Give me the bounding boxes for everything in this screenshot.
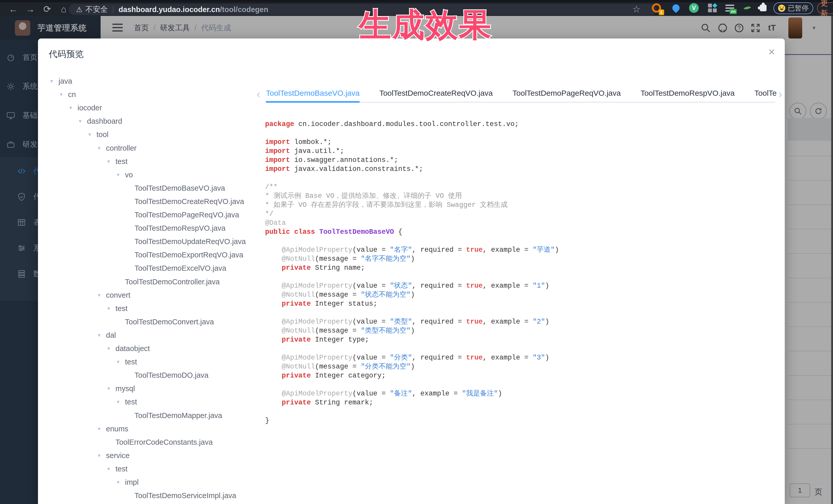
code-line	[265, 407, 559, 416]
code-line	[265, 380, 559, 389]
code-line: @NotNull(message = "类型不能为空")	[265, 327, 559, 335]
tree-file[interactable]: ToolTestDemoServiceImpl.java	[126, 489, 236, 502]
tree-file[interactable]: ToolTestDemoMapper.java	[126, 409, 222, 422]
caret-down-icon[interactable]: ▾	[98, 145, 106, 151]
tree-file[interactable]: ToolTestDemoDO.java	[126, 368, 209, 382]
browser-forward-icon[interactable]: →	[23, 2, 38, 16]
browser-reload-icon[interactable]: ⟳	[40, 2, 54, 16]
caret-down-icon[interactable]: ▾	[117, 479, 125, 485]
caret-down-icon[interactable]: ▾	[98, 452, 106, 459]
caret-down-icon[interactable]: ▾	[107, 158, 116, 165]
tree-folder[interactable]: ▾test	[107, 155, 127, 168]
code-line: package cn.iocoder.dashboard.modules.too…	[265, 120, 559, 129]
tree-folder[interactable]: ▾service	[98, 449, 129, 462]
tree-node-label: dataobject	[116, 344, 150, 353]
security-label[interactable]: 不安全	[86, 4, 108, 15]
code-line: private Integer type;	[265, 335, 559, 344]
code-line: @NotNull(message = "状态不能为空")	[265, 290, 559, 299]
tree-folder[interactable]: ▾enums	[98, 422, 128, 435]
tabs-prev-icon[interactable]: ‹	[257, 89, 260, 100]
caret-down-icon[interactable]: ▾	[98, 292, 106, 298]
tree-folder[interactable]: ▾convert	[98, 288, 130, 302]
tree-file[interactable]: ToolTestDemoBaseVO.java	[126, 182, 225, 195]
tree-folder[interactable]: ▾controller	[98, 141, 137, 155]
extensions-puzzle-icon[interactable]	[758, 3, 769, 13]
caret-down-icon[interactable]: ▾	[88, 131, 96, 138]
tree-node-label: test	[116, 304, 127, 313]
code-line	[265, 237, 559, 246]
tabs-next-icon[interactable]: ›	[779, 89, 782, 100]
caret-down-icon[interactable]: ▾	[60, 91, 68, 97]
code-tab-1[interactable]: ToolTestDemoCreateReqVO.java	[379, 85, 493, 101]
tree-node-label: ToolTestDemoBaseVO.java	[135, 184, 225, 192]
caret-down-icon[interactable]: ▾	[107, 385, 116, 391]
tree-folder[interactable]: ▾java	[50, 74, 72, 88]
extension-vue-devtools-icon[interactable]: V	[688, 3, 699, 13]
chrome-update-button[interactable]: 更新 ⋮	[817, 2, 833, 14]
window-scrollbar[interactable]	[831, 16, 833, 504]
tree-folder[interactable]: ▾iocoder	[69, 101, 102, 115]
tree-folder[interactable]: ▾cn	[60, 88, 76, 101]
caret-down-icon[interactable]: ▾	[69, 105, 77, 111]
caret-down-icon[interactable]: ▾	[98, 332, 106, 338]
code-tab-2[interactable]: ToolTestDemoPageReqVO.java	[513, 85, 621, 101]
extension-leaf-icon[interactable]	[742, 3, 753, 13]
tree-folder[interactable]: ▾dal	[98, 329, 116, 342]
caret-down-icon[interactable]: ▾	[107, 305, 116, 312]
tree-node-label: mysql	[116, 384, 135, 393]
tree-node-label: dal	[106, 331, 116, 339]
tree-folder[interactable]: ▾tool	[88, 128, 109, 141]
code-line: /**	[265, 183, 559, 192]
tree-node-label: ToolTestDemoRespVO.java	[135, 224, 225, 233]
tree-file[interactable]: ToolTestDemoConvert.java	[117, 315, 214, 329]
code-line: @Data	[265, 219, 559, 227]
tree-folder[interactable]: ▾mysql	[107, 382, 135, 395]
caret-down-icon[interactable]: ▾	[50, 78, 58, 84]
caret-down-icon[interactable]: ▾	[79, 118, 87, 124]
code-tab-4[interactable]: ToolTe	[755, 85, 777, 101]
tree-file[interactable]: ToolTestDemoExcelVO.java	[126, 262, 227, 275]
tree-file[interactable]: ToolTestDemoPageReqVO.java	[126, 208, 239, 221]
code-line: @NotNull(message = "分类不能为空")	[265, 362, 559, 371]
tree-node-label: test	[125, 358, 137, 366]
extension-ublock-icon[interactable]: 1	[651, 3, 662, 13]
tree-folder[interactable]: ▾dashboard	[79, 115, 122, 128]
extension-pin-icon[interactable]	[670, 3, 682, 13]
tree-node-label: ToolErrorCodeConstants.java	[116, 438, 213, 447]
profile-emoji-icon	[778, 5, 785, 12]
caret-down-icon[interactable]: ▾	[117, 172, 125, 178]
tree-folder[interactable]: ▾test	[107, 302, 127, 315]
tree-folder[interactable]: ▾dataobject	[107, 342, 150, 355]
tree-node-label: controller	[106, 144, 137, 152]
tree-node-label: vo	[125, 171, 133, 179]
browser-back-icon[interactable]: ←	[6, 2, 21, 16]
tree-folder[interactable]: ▾impl	[117, 476, 139, 489]
bookmark-star-icon[interactable]: ☆	[629, 2, 644, 16]
tree-folder[interactable]: ▾test	[107, 462, 127, 476]
browser-menu-dots-icon[interactable]: ⋮	[830, 4, 833, 12]
caret-down-icon[interactable]: ▾	[117, 359, 125, 365]
tree-folder[interactable]: ▾test	[117, 355, 137, 368]
tree-file[interactable]: ToolTestDemoExportReqVO.java	[126, 248, 243, 262]
caret-down-icon[interactable]: ▾	[117, 399, 125, 405]
tree-file[interactable]: ToolTestDemoRespVO.java	[126, 221, 225, 235]
tree-folder[interactable]: ▾test	[117, 395, 137, 409]
tree-folder[interactable]: ▾vo	[117, 168, 133, 182]
caret-down-icon[interactable]: ▾	[107, 466, 116, 472]
code-tab-3[interactable]: ToolTestDemoRespVO.java	[641, 85, 735, 101]
extension-list-on-icon[interactable]: on	[724, 3, 736, 13]
extension-grid-icon[interactable]	[707, 3, 718, 13]
tree-node-label: cn	[68, 90, 76, 99]
tree-node-label: java	[58, 77, 72, 86]
caret-down-icon[interactable]: ▾	[98, 426, 106, 432]
profile-paused-chip[interactable]: 已暂停	[774, 2, 813, 14]
tree-file[interactable]: ToolTestDemoCreateReqVO.java	[126, 195, 244, 208]
tree-node-label: ToolTestDemoConvert.java	[125, 318, 214, 326]
tree-file[interactable]: ToolTestDemoUpdateReqVO.java	[126, 235, 246, 248]
address-divider	[113, 6, 114, 13]
tree-file[interactable]: ToolErrorCodeConstants.java	[107, 435, 213, 449]
tree-file[interactable]: ToolTestDemoController.java	[117, 275, 220, 288]
code-tab-0[interactable]: ToolTestDemoBaseVO.java	[266, 85, 359, 103]
close-icon[interactable]: ×	[768, 46, 775, 57]
caret-down-icon[interactable]: ▾	[107, 345, 116, 352]
